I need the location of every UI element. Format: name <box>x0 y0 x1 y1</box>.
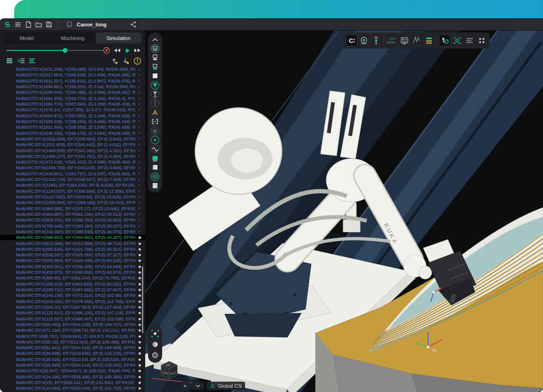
operation-row[interactable]: MultiARC:EP.X(55.43), EP.Y(513.423), EP.… <box>0 339 145 345</box>
gear-settings-icon[interactable] <box>451 34 463 47</box>
report-book-icon[interactable] <box>148 181 162 190</box>
coordinate-system-selector[interactable]: Global CS <box>206 382 245 390</box>
fit-view-icon[interactable] <box>148 328 162 339</box>
operation-row[interactable]: MultiARC:EP.X(90.465), EP.Y(504.108), EP… <box>0 322 145 327</box>
stock-layers-icon[interactable] <box>423 34 435 47</box>
operation-row[interactable]: MultiARC:EP.X(688.603), EP.Y(404.882), E… <box>0 235 145 240</box>
operation-row[interactable]: MultiARC:EP.X(555.636), EP.Y(421.786), E… <box>0 246 145 252</box>
tab-model[interactable]: Model <box>4 33 49 43</box>
operation-row[interactable]: MultiARC:EP.X(980.995), EP.Y(375.27), EP… <box>0 206 145 212</box>
fast-forward-icon[interactable] <box>133 46 142 55</box>
operation-row[interactable]: MultiARC:EP.X(742.097), EP.Y(398.833), E… <box>0 229 145 235</box>
stock-book-icon[interactable] <box>148 163 162 172</box>
operation-row[interactable]: MultiARC:EP.X(15.566), EP.Y(530.244), EP… <box>0 385 145 391</box>
toolpath-thread-icon[interactable] <box>148 99 162 108</box>
operation-row[interactable]: MultiARC:EP.X(1485.277), EP.Y(341.752), … <box>0 154 145 159</box>
list-tree-icon[interactable] <box>17 57 25 65</box>
menu-icon[interactable] <box>13 19 23 30</box>
fixture-clamp-icon[interactable] <box>148 108 162 117</box>
operation-row[interactable]: MultiARC:EP.X(1352.726), EP.Y(348.927), … <box>0 177 145 182</box>
operation-row[interactable]: MultiGOTO:X(1538.336), Y(339.176), Z(-3.… <box>0 130 145 136</box>
mesh-section-icon[interactable] <box>148 126 162 135</box>
move-down-icon[interactable] <box>122 57 130 65</box>
operation-row[interactable]: MultiGOTO:X(1551.604), Y(338.559), Z(-3.… <box>0 124 145 130</box>
operation-row[interactable]: MultiARC:EP.X(430.875), EP.Y(440.096), E… <box>0 270 145 275</box>
operation-row[interactable]: MultiGOTO:X(1617.954), Y(335.639), Z(-2.… <box>0 72 145 78</box>
operation-row[interactable]: MultiARC:EP.X(115.307), EP.Y(498.467), E… <box>0 316 145 321</box>
operation-row[interactable]: MultiARC:EP.X(1498.539), EP.Y(341.092), … <box>0 147 145 153</box>
operation-row[interactable]: MultiARC:EP.X(1053.994), EP.Y(369.182), … <box>0 200 145 205</box>
list-flat-icon[interactable] <box>6 57 14 65</box>
operation-row[interactable]: MultiGOTO:X(1604.681), Y(336.201), Z(-3.… <box>0 84 145 90</box>
stock-box-icon[interactable] <box>148 72 162 81</box>
stock-solid-icon[interactable] <box>148 154 162 163</box>
operation-row[interactable]: MultiGOTO:X(25.347), Y(524.917), Z(-229.… <box>0 368 145 374</box>
orbit-view-icon[interactable] <box>148 350 162 360</box>
viewport-3d[interactable]: KUKA <box>145 31 543 392</box>
operation-row[interactable]: MultiGOTO:X(1445.501), Y(343.797), Z(-5.… <box>0 171 145 177</box>
operation-row[interactable]: MultiARC:EP.X(1260), EP.Y(354.535), EP.Z… <box>0 182 145 188</box>
timeline-slider[interactable] <box>7 45 104 56</box>
panel-scrollbar[interactable] <box>142 266 143 333</box>
apps-grid-icon[interactable] <box>476 34 487 47</box>
add-view-button[interactable]: + <box>180 382 189 390</box>
operation-row[interactable]: MultiARC:EP.X(24.196), EP.Y(525.555), EP… <box>0 374 145 380</box>
measure-caliper-icon[interactable] <box>370 34 382 47</box>
view-dropdown-button[interactable] <box>192 382 204 390</box>
operation-row[interactable]: MultiARC:EP.X(23), EP.Y(526.131), EP.Z(-… <box>0 380 145 385</box>
operation-row[interactable]: MultiGOTO:X(1564.872), Y(337.953), Z(-3.… <box>0 113 145 119</box>
pan-view-icon[interactable] <box>148 339 162 350</box>
operation-row[interactable]: MultiARC:EP.X(1193.507), EP.Y(358.899), … <box>0 188 145 194</box>
record-icon[interactable] <box>102 46 111 55</box>
move-up-icon[interactable] <box>110 57 119 65</box>
operation-row[interactable]: MultiGOTO:X(68.702), Y(509.664), Z(-184.… <box>0 333 145 339</box>
gcode-program-icon[interactable]: →1GONGT2 <box>386 34 398 47</box>
machine-cell-icon[interactable] <box>148 44 162 53</box>
tool-assembly-icon[interactable] <box>148 81 162 90</box>
workpiece-frame-icon[interactable] <box>148 117 162 126</box>
operation-row[interactable]: MultiARC:EP.X(168.32), EP.Y(487.563), EP… <box>0 304 145 310</box>
operation-row[interactable]: MultiARC:EP.X(209.332), EP.Y(479.466), E… <box>0 299 145 304</box>
collision-control-icon[interactable]: C <box>346 34 357 47</box>
operation-row[interactable]: MultiARC:EP.X(904.807), EP.Y(382.209), E… <box>0 212 145 217</box>
operation-row[interactable]: MultiARC:EP.X(51.641), EP.Y(514.615), EP… <box>0 345 145 351</box>
trace-point-icon[interactable] <box>148 135 162 144</box>
operation-row[interactable]: MultiARC:EP.X(269.712), EP.Y(467.582), E… <box>0 287 145 293</box>
document-tab[interactable]: Canoe_long <box>60 20 110 29</box>
operation-row[interactable]: MultiARC:EP.X(125.812), EP.Y(496.235), E… <box>0 310 145 316</box>
operation-row[interactable]: MultiARC:EP.X(1525.069), EP.Y(339.804), … <box>0 136 145 142</box>
operation-row[interactable]: MultiGOTO:X(1472.016), Y(342.423), Z(-4.… <box>0 159 145 165</box>
operation-row[interactable]: MultiARC:EP.X(1511.803), EP.Y(340.442), … <box>0 142 145 147</box>
wireframe-analysis-icon[interactable] <box>411 34 422 47</box>
operation-row[interactable]: MultiARC:EP.X(295.119), EP.Y(462.859), E… <box>0 281 145 287</box>
positioner-icon[interactable] <box>148 53 162 62</box>
operation-row[interactable]: MultiARC:EP.X(532.207), EP.Y(425.062), E… <box>0 252 145 258</box>
operation-row[interactable]: MultiARC:EP.X(25.945), EP.Y(524.619), EP… <box>0 362 145 368</box>
tab-simulation[interactable]: Simulation <box>96 33 141 43</box>
new-file-icon[interactable] <box>23 19 33 30</box>
save-icon[interactable] <box>44 19 54 30</box>
tab-machining[interactable]: Machining <box>49 33 95 43</box>
share-icon[interactable] <box>128 19 139 30</box>
operation-row[interactable]: MultiARC:EP.X(828.701), EP.Y(389.783), E… <box>0 217 145 223</box>
operation-row[interactable]: MultiGOTO:X(1611.317), Y(335.919), Z(-2.… <box>0 78 145 84</box>
display-options-icon[interactable] <box>463 34 475 47</box>
operation-row[interactable]: MultiGOTO:X(1598.045), Y(336.486), Z(-3.… <box>0 90 145 95</box>
grid-table-icon[interactable] <box>148 172 162 181</box>
warnings-icon[interactable] <box>133 57 141 65</box>
slider-thumb[interactable] <box>63 48 67 53</box>
operation-row[interactable]: MultiARC:EP.X(1458.758), EP.Y(343.105), … <box>0 165 145 171</box>
operation-row[interactable]: MultiARC:EP.X(795.648), EP.Y(393.184), E… <box>0 223 145 229</box>
operation-row[interactable]: MultiARC:EP.X(622.069), EP.Y(412.989), E… <box>0 240 145 246</box>
rewind-icon[interactable] <box>113 46 121 55</box>
operation-row[interactable]: MultiARC:EP.X(72.194), EP.Y(508.71), EP.… <box>0 327 145 333</box>
operation-row[interactable]: MultiARC:EP.X(462.001), EP.Y(435.205), E… <box>0 264 145 270</box>
spindle-unit-icon[interactable] <box>148 62 162 71</box>
operation-row[interactable]: MultiGOTO:X(1578.14), Y(337.358), Z(-3.2… <box>0 107 145 113</box>
operation-row[interactable]: MultiARC:EP.X(36.898), EP.Y(519.835), EP… <box>0 351 145 356</box>
trace-curve-icon[interactable] <box>148 145 162 154</box>
operation-row[interactable]: MultiGOTO:X(1584.774), Y(337.064), Z(-3.… <box>0 101 145 107</box>
tool-tip-icon[interactable] <box>148 90 162 98</box>
list-compact-icon[interactable] <box>28 57 37 65</box>
operation-row[interactable]: MultiGOTO:X(1631.228), Y(335.088), Z(-2.… <box>0 66 145 72</box>
